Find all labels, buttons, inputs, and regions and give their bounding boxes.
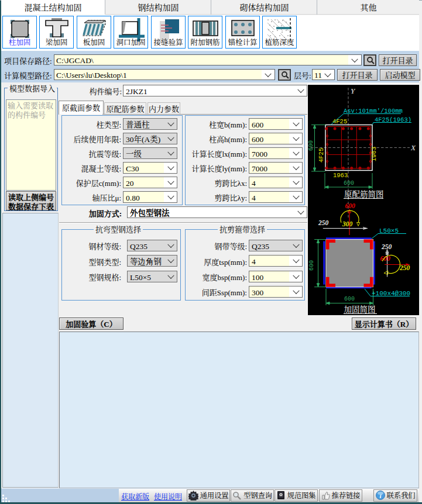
svg-text:250: 250 (381, 243, 392, 250)
svg-text:300: 300 (342, 220, 353, 227)
svg-text:600: 600 (308, 260, 315, 271)
svg-text:4F25(1963): 4F25(1963) (375, 116, 411, 123)
svg-text:600: 600 (345, 202, 356, 209)
svg-text:原配筋简图: 原配筋简图 (344, 188, 384, 199)
svg-text:加固简图: 加固简图 (344, 303, 376, 314)
svg-text:600: 600 (344, 180, 354, 187)
svg-text:1963: 1963 (333, 172, 348, 179)
svg-text:+100x4@300: +100x4@300 (372, 290, 410, 297)
svg-text:L50×5: L50×5 (379, 227, 399, 234)
svg-text:600: 600 (308, 140, 314, 151)
svg-text:4F25: 4F25 (318, 148, 325, 163)
svg-text:Y: Y (351, 87, 356, 95)
svg-text:1963: 1963 (370, 147, 378, 161)
svg-text:250: 250 (318, 219, 329, 226)
svg-text:600: 600 (344, 296, 355, 302)
svg-text:Asv:101mm'/100mm: Asv:101mm'/100mm (344, 108, 403, 115)
svg-text:600: 600 (380, 255, 391, 262)
svg-text:X: X (410, 143, 416, 152)
